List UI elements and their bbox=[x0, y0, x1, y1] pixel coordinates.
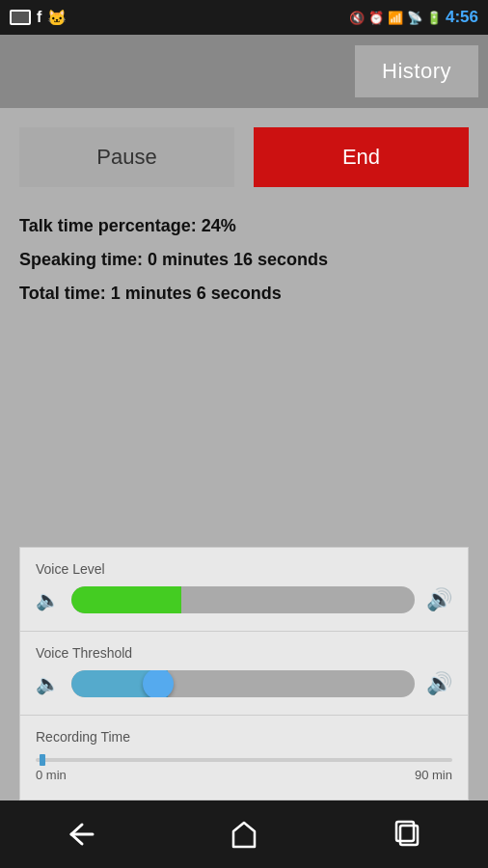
recording-time-card: Recording Time 0 min 90 min bbox=[19, 716, 469, 800]
status-bar-left: f 🐱 bbox=[10, 9, 67, 27]
bottom-nav bbox=[0, 800, 488, 868]
controls-row: Pause End bbox=[19, 127, 469, 187]
recording-time-label: Recording Time bbox=[36, 729, 452, 745]
recording-position-indicator bbox=[40, 754, 45, 766]
voice-level-track[interactable] bbox=[71, 586, 415, 613]
back-icon bbox=[67, 822, 95, 847]
talk-time-stat: Talk time percentage: 24% bbox=[19, 214, 469, 238]
pause-button[interactable]: Pause bbox=[19, 127, 234, 187]
stats-section: Talk time percentage: 24% Speaking time:… bbox=[19, 214, 469, 316]
recording-minmax: 0 min 90 min bbox=[36, 768, 452, 782]
recording-min-label: 0 min bbox=[36, 768, 67, 782]
history-button[interactable]: History bbox=[355, 45, 478, 97]
total-time-stat: Total time: 1 minutes 6 seconds bbox=[19, 282, 469, 306]
back-button[interactable] bbox=[67, 822, 95, 847]
speaking-time-stat: Speaking time: 0 minutes 16 seconds bbox=[19, 248, 469, 272]
wifi-icon: 📶 bbox=[388, 11, 403, 25]
voice-level-row: 🔈 🔊 bbox=[36, 586, 452, 613]
voice-threshold-row: 🔈 🔊 bbox=[36, 670, 452, 697]
voice-level-fill bbox=[71, 586, 181, 613]
recents-icon bbox=[393, 820, 421, 849]
facebook-icon: f bbox=[37, 9, 41, 26]
mute-icon: 🔇 bbox=[349, 11, 365, 25]
slider-section: Voice Level 🔈 🔊 Voice Threshold 🔈 🔊 bbox=[19, 547, 469, 800]
image-icon bbox=[10, 10, 31, 25]
voice-threshold-low-icon: 🔈 bbox=[36, 672, 60, 695]
home-button[interactable] bbox=[230, 820, 258, 849]
cat-icon: 🐱 bbox=[47, 9, 67, 27]
main-content: Pause End Talk time percentage: 24% Spea… bbox=[0, 108, 488, 800]
voice-threshold-label: Voice Threshold bbox=[36, 645, 452, 661]
recording-track-container bbox=[36, 758, 452, 762]
status-time: 4:56 bbox=[446, 8, 478, 27]
battery-icon: 🔋 bbox=[426, 11, 442, 25]
voice-threshold-track[interactable] bbox=[71, 670, 415, 697]
status-bar-right: 🔇 ⏰ 📶 📡 🔋 4:56 bbox=[349, 8, 478, 27]
recording-track[interactable] bbox=[36, 758, 452, 762]
action-bar: History bbox=[0, 35, 488, 108]
status-bar: f 🐱 🔇 ⏰ 📶 📡 🔋 4:56 bbox=[0, 0, 488, 35]
recents-button[interactable] bbox=[393, 820, 421, 849]
recording-max-label: 90 min bbox=[415, 768, 452, 782]
svg-marker-1 bbox=[233, 823, 255, 847]
voice-threshold-fill bbox=[71, 670, 168, 697]
voice-level-high-icon: 🔊 bbox=[426, 587, 452, 612]
voice-threshold-thumb bbox=[143, 670, 174, 697]
voice-threshold-high-icon: 🔊 bbox=[426, 671, 452, 696]
voice-level-label: Voice Level bbox=[36, 561, 452, 577]
voice-threshold-card: Voice Threshold 🔈 🔊 bbox=[19, 632, 469, 716]
alarm-icon: ⏰ bbox=[368, 11, 384, 25]
home-icon bbox=[230, 820, 258, 849]
signal-icon: 📡 bbox=[407, 11, 422, 25]
voice-level-low-icon: 🔈 bbox=[36, 588, 60, 611]
voice-level-card: Voice Level 🔈 🔊 bbox=[19, 547, 469, 632]
end-button[interactable]: End bbox=[254, 127, 469, 187]
